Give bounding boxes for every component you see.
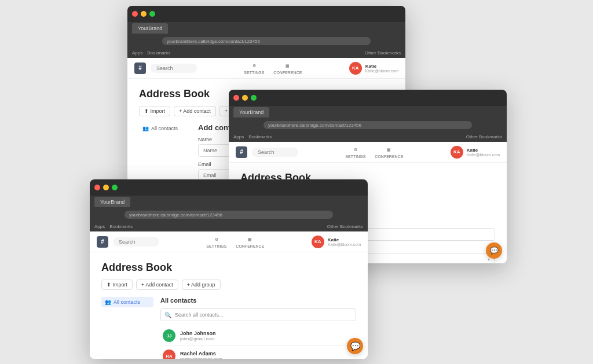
import-btn-3[interactable]: ⬆ Import <box>101 280 133 290</box>
url-bar-3[interactable]: yourbrandhere.calbridge.com/contact/1234… <box>125 211 333 219</box>
contact-avatar-0: JJ <box>163 329 175 342</box>
apps-label-2: Apps <box>233 134 244 139</box>
title-bar-1 <box>127 6 405 22</box>
settings-icon-2: ⚙ <box>352 146 360 154</box>
nav-conference-2[interactable]: ▦ CONFERENCE <box>375 146 403 159</box>
app-navbar-2: # ⚙ SETTINGS ▦ CONFERENCE KA Katie <box>229 142 507 163</box>
nav-conference-1[interactable]: ▦ CONFERENCE <box>273 62 302 75</box>
nav-right-2: KA Katie Katie@bloom.com <box>451 146 500 159</box>
add-group-btn-3[interactable]: + Add group <box>182 280 221 290</box>
app-navbar-3: # ⚙ SETTINGS ▦ CONFERENCE KA Katie <box>90 231 368 252</box>
nav-center-2: ⚙ SETTINGS ▦ CONFERENCE <box>345 146 403 159</box>
contact-email-0: john@gmail.com <box>180 336 216 341</box>
add-contact-btn-1[interactable]: + Add contact <box>174 106 216 116</box>
app-navbar-1: # ⚙ SETTINGS ▦ CONFERENCE KA Katie <box>127 58 405 79</box>
bookmarks-label-3: Bookmarks <box>109 224 133 229</box>
user-avatar-1: KA <box>349 62 362 75</box>
contacts-header-3: All contacts <box>160 297 356 304</box>
nav-right-3: KA Katie Katie@bloom.com <box>312 236 361 248</box>
tab-label-2: YourBrand <box>239 109 263 115</box>
search-input-3[interactable] <box>160 308 356 321</box>
user-avatar-3: KA <box>312 236 324 248</box>
close-button-1[interactable] <box>132 11 138 17</box>
nav-search-2[interactable] <box>252 148 298 157</box>
close-button-3[interactable] <box>94 185 100 190</box>
chat-bubble-2[interactable]: 💬 <box>486 242 502 259</box>
address-bar-1: yourbrandhere.calbridge.com/contact/1234… <box>127 35 405 47</box>
minimize-button-1[interactable] <box>141 11 147 17</box>
add-contact-btn-3[interactable]: + Add contact <box>136 280 178 290</box>
contact-item-0[interactable]: JJ John Johnson john@gmail.com <box>160 326 356 346</box>
browser-tab-1[interactable]: YourBrand <box>132 23 168 34</box>
apps-label-1: Apps <box>132 50 142 56</box>
maximize-button-2[interactable] <box>251 95 257 101</box>
close-button-2[interactable] <box>233 95 239 101</box>
contact-item-1[interactable]: RA Rachel Adams rachel@hotmail.com <box>160 346 356 359</box>
user-email-1: Katie@bloom.com <box>365 69 398 73</box>
bookmarks-bar-2: Apps Bookmarks Other Bookmarks <box>229 131 507 142</box>
tab-bar-2: YourBrand <box>229 106 507 119</box>
nav-settings-2[interactable]: ⚙ SETTINGS <box>345 146 365 159</box>
other-bookmarks-1: Other Bookmarks <box>365 50 401 56</box>
contact-info-1: Rachel Adams rachel@hotmail.com <box>180 351 222 359</box>
user-name-1: Katie <box>365 64 398 69</box>
minimize-button-3[interactable] <box>103 185 109 190</box>
nav-settings-3[interactable]: ⚙ SETTINGS <box>206 236 226 248</box>
user-email-2: Katie@bloom.com <box>467 153 500 157</box>
traffic-lights-3 <box>94 185 118 190</box>
nav-center-1: ⚙ SETTINGS ▦ CONFERENCE <box>244 62 302 75</box>
app-logo-1: # <box>134 62 146 74</box>
user-avatar-2: KA <box>451 146 463 159</box>
maximize-button-3[interactable] <box>112 185 118 190</box>
address-bar-2: yourbrandhere.calbridge.com/contact/1234… <box>229 119 507 131</box>
url-bar-2[interactable]: yourbrandhere.calbridge.com/contact/1234… <box>263 121 472 129</box>
minimize-button-2[interactable] <box>242 95 248 101</box>
nav-search-3[interactable] <box>113 237 159 247</box>
nav-settings-1[interactable]: ⚙ SETTINGS <box>244 62 264 75</box>
tab-bar-1: YourBrand <box>127 22 405 35</box>
settings-icon-1: ⚙ <box>250 62 258 70</box>
maximize-button-1[interactable] <box>149 11 155 17</box>
bookmarks-bar-1: Apps Bookmarks Other Bookmarks <box>127 47 405 58</box>
chat-bubble-3[interactable]: 💬 <box>347 338 363 354</box>
title-bar-3 <box>90 179 368 196</box>
contact-avatar-1: RA <box>163 350 175 359</box>
user-info-1: Katie Katie@bloom.com <box>365 64 398 73</box>
nav-center-3: ⚙ SETTINGS ▦ CONFERENCE <box>206 236 264 248</box>
browser-window-3: YourBrand yourbrandhere.calbridge.com/co… <box>90 179 368 359</box>
nav-search-1[interactable] <box>151 64 197 73</box>
app-content-3: # ⚙ SETTINGS ▦ CONFERENCE KA Katie <box>90 231 368 359</box>
page-content-3: Address Book ⬆ Import + Add contact + Ad… <box>90 252 368 359</box>
bookmarks-label-1: Bookmarks <box>147 50 170 56</box>
tab-label-3: YourBrand <box>100 199 125 205</box>
left-panel-1: 👥 All contacts <box>139 123 191 186</box>
url-text-3: yourbrandhere.calbridge.com/contact/1234… <box>129 212 222 218</box>
apps-label-3: Apps <box>94 224 105 229</box>
all-contacts-icon-1: 👥 <box>142 126 149 131</box>
settings-icon-3: ⚙ <box>213 236 221 244</box>
bookmarks-bar-3: Apps Bookmarks Other Bookmarks <box>90 221 368 231</box>
conference-icon-2: ▦ <box>385 146 393 154</box>
user-email-3: Katie@bloom.com <box>328 242 361 247</box>
traffic-lights-1 <box>132 11 155 17</box>
tab-label-1: YourBrand <box>138 25 162 31</box>
user-name-3: Katie <box>328 237 361 242</box>
sidebar-all-contacts-1[interactable]: 👥 All contacts <box>139 123 191 134</box>
action-buttons-3: ⬆ Import + Add contact + Add group <box>101 280 356 290</box>
user-info-2: Katie Katie@bloom.com <box>467 148 500 157</box>
url-bar-1[interactable]: yourbrandhere.calbridge.com/contact/1234… <box>162 37 371 45</box>
contact-name-1: Rachel Adams <box>180 351 222 356</box>
url-text-1: yourbrandhere.calbridge.com/contact/1234… <box>167 39 260 44</box>
all-contacts-icon-3: 👥 <box>105 299 111 305</box>
left-panel-3: 👥 All contacts <box>101 297 153 359</box>
sidebar-all-contacts-3[interactable]: 👥 All contacts <box>101 297 153 307</box>
url-text-2: yourbrandhere.calbridge.com/contact/1234… <box>268 123 361 128</box>
app-logo-3: # <box>97 236 108 248</box>
browser-tab-2[interactable]: YourBrand <box>233 107 269 117</box>
other-bookmarks-2: Other Bookmarks <box>466 134 502 139</box>
nav-conference-3[interactable]: ▦ CONFERENCE <box>236 236 264 248</box>
browser-tab-3[interactable]: YourBrand <box>94 197 130 207</box>
import-btn-1[interactable]: ⬆ Import <box>139 106 170 116</box>
contact-info-0: John Johnson john@gmail.com <box>180 330 216 341</box>
nav-right-1: KA Katie Katie@bloom.com <box>349 62 398 75</box>
